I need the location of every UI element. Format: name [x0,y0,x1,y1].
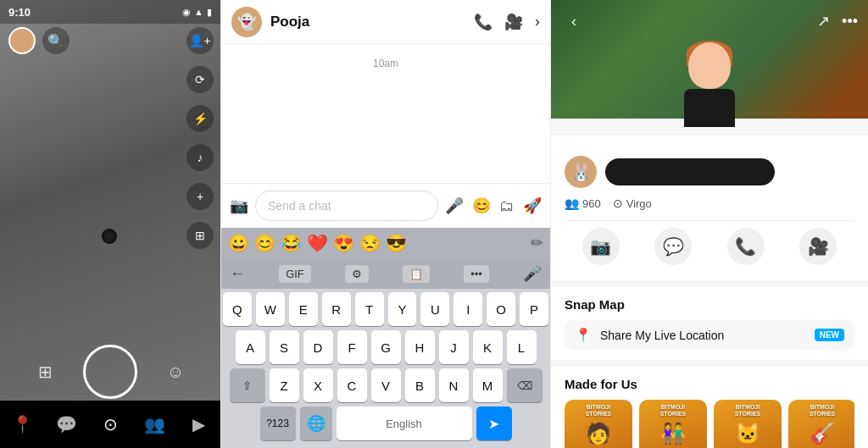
key-shift[interactable]: ⇧ [230,368,265,402]
rocket-icon[interactable]: 🚀 [523,196,542,215]
emoji-6[interactable]: 😒 [359,233,381,253]
key-I[interactable]: I [453,292,482,326]
camera-input-icon[interactable]: 📷 [230,196,248,215]
key-S[interactable]: S [270,330,299,364]
story-card-2[interactable]: BITMOJISTORIES 👫 What are friends for 😄 [639,400,707,448]
keyboard-back-icon[interactable]: ← [230,265,245,283]
gallery-icon[interactable]: ⊞ [32,359,58,384]
key-H[interactable]: H [405,330,435,364]
key-C[interactable]: C [337,368,367,402]
phone-call-icon[interactable]: 📞 [474,13,492,31]
key-W[interactable]: W [256,292,285,326]
key-P[interactable]: P [520,292,548,326]
chat-nav-icon[interactable]: 💬 [51,409,81,440]
status-icons: ◉ ▲ ▮ [182,7,212,18]
play-nav-icon[interactable]: ▶ [183,409,214,440]
key-G[interactable]: G [371,330,401,364]
flash-icon[interactable]: ⚡ [186,105,214,132]
settings-button[interactable]: ⚙ [345,265,369,283]
story-card-3[interactable]: BITMOJISTORIES 🐱 Purrfect grades [714,400,782,448]
sticker-icon[interactable]: 🗂 [499,197,515,215]
more-keyboard-button[interactable]: ••• [464,265,489,283]
friends-icon: 👥 [565,196,579,210]
status-bar: 9:10 ◉ ▲ ▮ [0,0,220,24]
chat-messages: 10am [221,44,550,183]
key-J[interactable]: J [439,330,469,364]
key-M[interactable]: M [473,368,503,402]
rotate-camera-icon[interactable]: ⟳ [186,66,214,93]
video-call-icon[interactable]: 🎥 [504,13,523,31]
gif-button[interactable]: GIF [279,265,311,283]
emoji-7[interactable]: 😎 [386,233,407,253]
emoji-1[interactable]: 😀 [228,233,249,253]
zodiac-stat: ⊙ Virgo [613,196,652,210]
profile-bitmoji [676,42,743,127]
key-num[interactable]: ?123 [260,407,296,440]
key-row-4: ?123 🌐 English ➤ [223,407,548,440]
add-friend-icon[interactable]: 👤+ [186,27,214,54]
key-send[interactable]: ➤ [476,407,512,440]
more-options-icon[interactable]: › [535,13,540,30]
profile-chat-button[interactable]: 💬 [654,228,692,265]
profile-call-button[interactable]: 📞 [727,228,765,265]
key-V[interactable]: V [371,368,401,402]
music-icon[interactable]: ♪ [186,144,214,171]
key-N[interactable]: N [439,368,469,402]
friends-nav-icon[interactable]: 👥 [139,409,170,440]
user-avatar[interactable] [8,27,36,54]
camera-nav-icon[interactable]: ⊙ [95,409,125,440]
keyboard-mic-icon[interactable]: 🎤 [523,264,542,283]
emoji-input-icon[interactable]: 😊 [472,196,491,215]
emoji-expand-icon[interactable]: ✏ [531,234,543,252]
bitmoji-head [688,42,731,89]
story-label-4: BITMOJISTORIES [793,404,852,418]
emoji-3[interactable]: 😂 [281,233,302,253]
shutter-button[interactable] [83,345,137,399]
key-A[interactable]: A [236,330,265,364]
key-row-1: Q W E R T Y U I O P [223,292,548,326]
key-X[interactable]: X [303,368,333,402]
key-E[interactable]: E [289,292,318,326]
key-U[interactable]: U [420,292,449,326]
bitmoji-stories-row: BITMOJISTORIES 🧑 Stay cool 😊 BITMOJISTOR… [565,400,854,448]
profile-camera-button[interactable]: 📷 [582,228,620,265]
story-card-4[interactable]: BITMOJISTORIES 🎸 ...to the rock show! [788,400,854,448]
key-R[interactable]: R [322,292,351,326]
snap-map-title: Snap Map [565,297,854,312]
search-button[interactable]: 🔍 [42,27,70,54]
profile-small-avatar[interactable]: 🐰 [565,156,597,188]
key-row-3: ⇧ Z X C V B N M ⌫ [223,368,548,402]
key-K[interactable]: K [473,330,503,364]
key-F[interactable]: F [337,330,367,364]
profile-video-button[interactable]: 🎥 [799,228,837,265]
chat-text-input[interactable]: Send a chat [255,191,438,221]
share-profile-icon[interactable]: ↗ [817,12,830,30]
key-delete[interactable]: ⌫ [507,368,542,402]
profile-more-icon[interactable]: ••• [842,13,858,30]
clipboard-button[interactable]: 📋 [403,265,430,283]
key-B[interactable]: B [405,368,435,402]
key-Q[interactable]: Q [223,292,252,326]
bitmoji-figure [676,42,743,127]
microphone-icon[interactable]: 🎤 [445,196,464,215]
key-T[interactable]: T [355,292,384,326]
key-D[interactable]: D [303,330,333,364]
key-globe[interactable]: 🌐 [300,407,332,440]
key-L[interactable]: L [507,330,537,364]
story-figure-3: 🐱 [718,422,777,445]
back-button[interactable]: ‹ [561,8,587,34]
add-icon[interactable]: + [186,183,214,210]
key-space[interactable]: English [337,407,472,440]
key-Y[interactable]: Y [388,292,417,326]
key-O[interactable]: O [487,292,515,326]
emoji-5[interactable]: 😍 [333,233,354,253]
share-location-label: Share My Live Location [600,329,806,342]
emoji-2[interactable]: 😊 [254,233,275,253]
emoji-4[interactable]: ❤️ [307,233,328,253]
key-Z[interactable]: Z [270,368,299,402]
story-card-1[interactable]: BITMOJISTORIES 🧑 Stay cool 😊 [565,400,632,448]
map-nav-icon[interactable]: 📍 [7,409,37,440]
share-location-row[interactable]: 📍 Share My Live Location NEW [565,320,854,350]
emoji-icon[interactable]: ☺ [163,359,188,384]
scan-icon[interactable]: ⊞ [186,222,214,249]
